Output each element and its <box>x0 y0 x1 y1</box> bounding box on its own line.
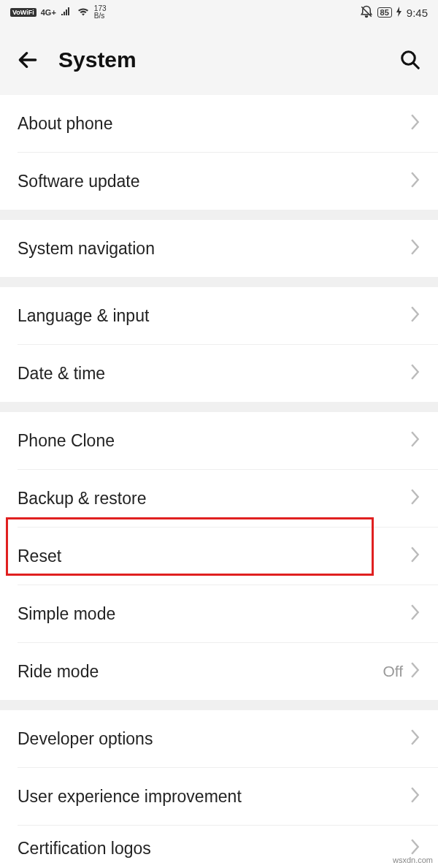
chevron-right-icon <box>410 489 420 508</box>
chevron-right-icon <box>410 729 420 748</box>
row-label: Ride mode <box>18 662 383 682</box>
row-phone-clone[interactable]: Phone Clone <box>0 412 438 469</box>
row-certification-logos[interactable]: Certification logos <box>0 826 438 868</box>
row-date-time[interactable]: Date & time <box>0 345 438 402</box>
chevron-right-icon <box>410 604 420 623</box>
row-label: Reset <box>18 547 410 566</box>
dnd-icon <box>360 5 373 20</box>
row-label: Backup & restore <box>18 489 410 509</box>
row-label: About phone <box>18 114 410 134</box>
battery-indicator: 85 <box>377 7 392 18</box>
network-indicator: 4G+ <box>41 8 56 17</box>
row-label: Developer options <box>18 729 410 749</box>
signal-icon <box>61 7 72 18</box>
settings-group: Phone Clone Backup & restore Reset Simpl… <box>0 412 438 700</box>
chevron-right-icon <box>410 431 420 450</box>
row-label: Software update <box>18 172 410 191</box>
row-label: Phone Clone <box>18 431 410 451</box>
row-system-navigation[interactable]: System navigation <box>0 220 438 277</box>
wifi-icon <box>77 7 90 18</box>
status-bar: VoWiFi 4G+ 173 B/s 85 9:45 <box>0 0 438 25</box>
status-left: VoWiFi 4G+ 173 B/s <box>10 5 107 20</box>
row-reset[interactable]: Reset <box>0 528 438 585</box>
settings-group: Developer options User experience improv… <box>0 710 438 868</box>
row-label: System navigation <box>18 239 410 259</box>
search-icon <box>399 49 421 71</box>
network-speed: 173 B/s <box>94 5 107 20</box>
row-developer-options[interactable]: Developer options <box>0 710 438 767</box>
settings-group: About phone Software update <box>0 95 438 210</box>
row-ride-mode[interactable]: Ride mode Off <box>0 643 438 700</box>
row-label: Certification logos <box>18 839 410 859</box>
watermark: wsxdn.com <box>391 855 435 865</box>
chevron-right-icon <box>410 662 420 681</box>
row-value: Off <box>383 663 403 680</box>
settings-group: System navigation <box>0 220 438 277</box>
clock: 9:45 <box>407 7 428 19</box>
page-title: System <box>58 47 380 72</box>
row-label: User experience improvement <box>18 787 410 807</box>
battery-level: 85 <box>380 8 389 17</box>
chevron-right-icon <box>410 239 420 258</box>
app-header: System <box>0 25 438 95</box>
row-language-input[interactable]: Language & input <box>0 287 438 344</box>
row-user-experience[interactable]: User experience improvement <box>0 768 438 825</box>
row-label: Date & time <box>18 364 410 384</box>
row-about-phone[interactable]: About phone <box>0 95 438 152</box>
status-right: 85 9:45 <box>360 5 428 20</box>
row-simple-mode[interactable]: Simple mode <box>0 585 438 642</box>
chevron-right-icon <box>410 172 420 191</box>
chevron-right-icon <box>410 787 420 806</box>
row-label: Language & input <box>18 306 410 326</box>
chevron-right-icon <box>410 364 420 383</box>
vowifi-badge: VoWiFi <box>10 8 36 17</box>
row-label: Simple mode <box>18 604 410 624</box>
back-arrow-icon <box>16 48 39 72</box>
row-backup-restore[interactable]: Backup & restore <box>0 470 438 527</box>
chevron-right-icon <box>410 547 420 566</box>
search-button[interactable] <box>396 45 425 75</box>
chevron-right-icon <box>410 306 420 325</box>
back-button[interactable] <box>13 45 42 75</box>
speed-unit: B/s <box>94 12 107 20</box>
charging-icon <box>396 7 402 19</box>
settings-group: Language & input Date & time <box>0 287 438 402</box>
chevron-right-icon <box>410 114 420 133</box>
row-software-update[interactable]: Software update <box>0 153 438 210</box>
